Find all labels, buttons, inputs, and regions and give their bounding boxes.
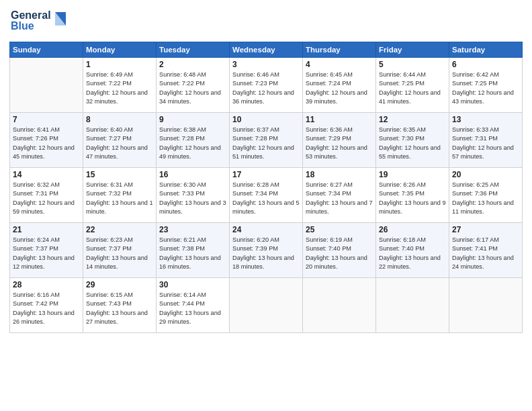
calendar-cell: 21Sunrise: 6:24 AMSunset: 7:37 PMDayligh… — [10, 223, 83, 278]
calendar-cell: 8Sunrise: 6:40 AMSunset: 7:27 PMDaylight… — [83, 113, 157, 168]
day-info: Sunrise: 6:48 AMSunset: 7:22 PMDaylight:… — [159, 71, 226, 106]
svg-text:General: General — [11, 9, 51, 21]
day-info: Sunrise: 6:36 AMSunset: 7:29 PMDaylight:… — [306, 126, 373, 161]
day-info: Sunrise: 6:23 AMSunset: 7:37 PMDaylight:… — [86, 236, 153, 271]
day-info: Sunrise: 6:26 AMSunset: 7:35 PMDaylight:… — [379, 181, 446, 216]
calendar-cell: 23Sunrise: 6:21 AMSunset: 7:38 PMDayligh… — [157, 223, 230, 278]
calendar-cell: 28Sunrise: 6:16 AMSunset: 7:42 PMDayligh… — [10, 278, 83, 333]
day-info: Sunrise: 6:17 AMSunset: 7:41 PMDaylight:… — [452, 236, 519, 271]
day-number: 15 — [86, 170, 153, 179]
calendar-week-1: 7Sunrise: 6:41 AMSunset: 7:26 PMDaylight… — [10, 113, 523, 168]
calendar-cell: 11Sunrise: 6:36 AMSunset: 7:29 PMDayligh… — [303, 113, 376, 168]
day-number: 19 — [379, 170, 446, 179]
day-info: Sunrise: 6:40 AMSunset: 7:27 PMDaylight:… — [86, 126, 153, 161]
calendar-cell — [10, 58, 83, 113]
day-number: 18 — [306, 170, 373, 179]
weekday-monday: Monday — [83, 42, 157, 58]
weekday-wednesday: Wednesday — [230, 42, 303, 58]
day-number: 30 — [159, 280, 226, 289]
day-info: Sunrise: 6:32 AMSunset: 7:31 PMDaylight:… — [13, 181, 80, 216]
calendar-cell: 6Sunrise: 6:42 AMSunset: 7:25 PMDaylight… — [449, 58, 523, 113]
day-number: 2 — [159, 60, 226, 69]
calendar-cell: 3Sunrise: 6:46 AMSunset: 7:23 PMDaylight… — [230, 58, 303, 113]
day-number: 13 — [452, 115, 519, 124]
day-number: 16 — [159, 170, 226, 179]
calendar-cell — [303, 278, 376, 333]
calendar-week-4: 28Sunrise: 6:16 AMSunset: 7:42 PMDayligh… — [10, 278, 523, 333]
calendar-week-2: 14Sunrise: 6:32 AMSunset: 7:31 PMDayligh… — [10, 168, 523, 223]
day-number: 27 — [452, 225, 519, 234]
calendar-cell: 24Sunrise: 6:20 AMSunset: 7:39 PMDayligh… — [230, 223, 303, 278]
day-info: Sunrise: 6:38 AMSunset: 7:28 PMDaylight:… — [159, 126, 226, 161]
day-info: Sunrise: 6:41 AMSunset: 7:26 PMDaylight:… — [13, 126, 80, 161]
day-info: Sunrise: 6:18 AMSunset: 7:40 PMDaylight:… — [379, 236, 446, 271]
day-number: 23 — [159, 225, 226, 234]
day-number: 8 — [86, 115, 153, 124]
calendar-cell: 26Sunrise: 6:18 AMSunset: 7:40 PMDayligh… — [376, 223, 449, 278]
header: General Blue — [9, 7, 523, 38]
day-info: Sunrise: 6:20 AMSunset: 7:39 PMDaylight:… — [232, 236, 300, 271]
day-info: Sunrise: 6:14 AMSunset: 7:44 PMDaylight:… — [159, 291, 226, 326]
calendar-cell: 30Sunrise: 6:14 AMSunset: 7:44 PMDayligh… — [157, 278, 230, 333]
logo: General Blue — [9, 7, 70, 38]
page: General Blue SundayMondayTuesdayWednesda… — [0, 0, 532, 411]
day-info: Sunrise: 6:25 AMSunset: 7:36 PMDaylight:… — [452, 181, 519, 216]
day-info: Sunrise: 6:16 AMSunset: 7:42 PMDaylight:… — [13, 291, 80, 326]
calendar-week-0: 1Sunrise: 6:49 AMSunset: 7:22 PMDaylight… — [10, 58, 523, 113]
day-number: 14 — [13, 170, 80, 179]
day-number: 6 — [452, 60, 519, 69]
day-info: Sunrise: 6:46 AMSunset: 7:23 PMDaylight:… — [232, 71, 300, 106]
day-number: 25 — [306, 225, 373, 234]
day-number: 21 — [13, 225, 80, 234]
day-number: 22 — [86, 225, 153, 234]
day-info: Sunrise: 6:35 AMSunset: 7:30 PMDaylight:… — [379, 126, 446, 161]
day-info: Sunrise: 6:42 AMSunset: 7:25 PMDaylight:… — [452, 71, 519, 106]
calendar-cell: 19Sunrise: 6:26 AMSunset: 7:35 PMDayligh… — [376, 168, 449, 223]
day-info: Sunrise: 6:45 AMSunset: 7:24 PMDaylight:… — [306, 71, 373, 106]
calendar-cell: 9Sunrise: 6:38 AMSunset: 7:28 PMDaylight… — [157, 113, 230, 168]
calendar-cell: 7Sunrise: 6:41 AMSunset: 7:26 PMDaylight… — [10, 113, 83, 168]
calendar-cell: 1Sunrise: 6:49 AMSunset: 7:22 PMDaylight… — [83, 58, 157, 113]
day-number: 24 — [232, 225, 300, 234]
weekday-friday: Friday — [376, 42, 449, 58]
calendar-cell — [230, 278, 303, 333]
calendar-cell — [376, 278, 449, 333]
day-info: Sunrise: 6:30 AMSunset: 7:33 PMDaylight:… — [159, 181, 226, 216]
day-number: 3 — [232, 60, 300, 69]
calendar-cell: 12Sunrise: 6:35 AMSunset: 7:30 PMDayligh… — [376, 113, 449, 168]
day-info: Sunrise: 6:19 AMSunset: 7:40 PMDaylight:… — [306, 236, 373, 271]
day-info: Sunrise: 6:27 AMSunset: 7:34 PMDaylight:… — [306, 181, 373, 216]
day-number: 9 — [159, 115, 226, 124]
day-number: 1 — [86, 60, 153, 69]
calendar-cell: 2Sunrise: 6:48 AMSunset: 7:22 PMDaylight… — [157, 58, 230, 113]
calendar-week-3: 21Sunrise: 6:24 AMSunset: 7:37 PMDayligh… — [10, 223, 523, 278]
weekday-thursday: Thursday — [303, 42, 376, 58]
day-info: Sunrise: 6:37 AMSunset: 7:28 PMDaylight:… — [232, 126, 300, 161]
day-info: Sunrise: 6:21 AMSunset: 7:38 PMDaylight:… — [159, 236, 226, 271]
day-number: 17 — [232, 170, 300, 179]
day-number: 10 — [232, 115, 300, 124]
calendar-cell: 18Sunrise: 6:27 AMSunset: 7:34 PMDayligh… — [303, 168, 376, 223]
day-info: Sunrise: 6:15 AMSunset: 7:43 PMDaylight:… — [86, 291, 153, 326]
day-info: Sunrise: 6:49 AMSunset: 7:22 PMDaylight:… — [86, 71, 153, 106]
calendar-cell: 27Sunrise: 6:17 AMSunset: 7:41 PMDayligh… — [449, 223, 523, 278]
calendar-cell: 16Sunrise: 6:30 AMSunset: 7:33 PMDayligh… — [157, 168, 230, 223]
weekday-saturday: Saturday — [449, 42, 523, 58]
day-number: 26 — [379, 225, 446, 234]
calendar-cell: 4Sunrise: 6:45 AMSunset: 7:24 PMDaylight… — [303, 58, 376, 113]
day-number: 12 — [379, 115, 446, 124]
day-number: 29 — [86, 280, 153, 289]
day-info: Sunrise: 6:44 AMSunset: 7:25 PMDaylight:… — [379, 71, 446, 106]
calendar-cell: 17Sunrise: 6:28 AMSunset: 7:34 PMDayligh… — [230, 168, 303, 223]
day-info: Sunrise: 6:28 AMSunset: 7:34 PMDaylight:… — [232, 181, 300, 216]
calendar-cell: 20Sunrise: 6:25 AMSunset: 7:36 PMDayligh… — [449, 168, 523, 223]
day-number: 11 — [306, 115, 373, 124]
day-number: 28 — [13, 280, 80, 289]
calendar-cell: 14Sunrise: 6:32 AMSunset: 7:31 PMDayligh… — [10, 168, 83, 223]
calendar-cell: 13Sunrise: 6:33 AMSunset: 7:31 PMDayligh… — [449, 113, 523, 168]
day-info: Sunrise: 6:31 AMSunset: 7:32 PMDaylight:… — [86, 181, 153, 216]
calendar-cell — [449, 278, 523, 333]
calendar-table: SundayMondayTuesdayWednesdayThursdayFrid… — [9, 42, 523, 333]
day-number: 4 — [306, 60, 373, 69]
day-info: Sunrise: 6:33 AMSunset: 7:31 PMDaylight:… — [452, 126, 519, 161]
